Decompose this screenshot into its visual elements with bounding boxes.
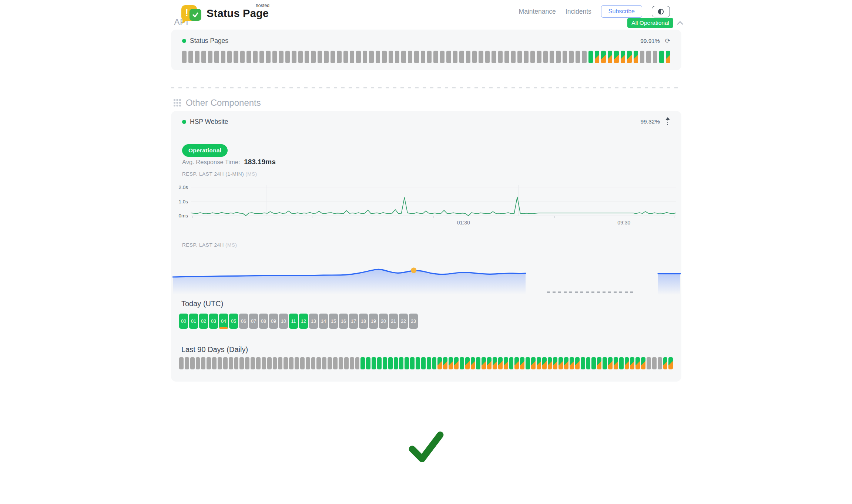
uptime-bar-nodata[interactable] (311, 357, 316, 369)
uptime-bar-nodata[interactable] (179, 357, 184, 369)
uptime-bar-operational[interactable] (581, 357, 585, 369)
uptime-bar-operational[interactable] (416, 357, 420, 369)
uptime-bar-operational[interactable] (586, 357, 591, 369)
uptime-bar-nodata[interactable] (653, 51, 657, 63)
uptime-bar-partial-outage[interactable] (548, 357, 552, 369)
uptime-bar-partial-outage[interactable] (668, 357, 673, 369)
uptime-bar-operational[interactable] (399, 357, 403, 369)
uptime-bar-nodata[interactable] (311, 51, 315, 63)
uptime-bar-nodata[interactable] (440, 51, 445, 63)
hour-cell-11[interactable]: 11 (289, 314, 298, 329)
uptime-bar-nodata[interactable] (459, 51, 464, 63)
uptime-bar-nodata[interactable] (227, 51, 232, 63)
uptime-bar-nodata[interactable] (517, 51, 522, 63)
uptime-bar-nodata[interactable] (272, 51, 277, 63)
uptime-bar-nodata[interactable] (479, 51, 483, 63)
uptime-bar-partial-outage[interactable] (621, 51, 625, 63)
hour-cell-12[interactable]: 12 (299, 314, 308, 329)
uptime-bar-partial-outage[interactable] (537, 357, 541, 369)
uptime-bar-nodata[interactable] (324, 51, 328, 63)
uptime-bar-partial-outage[interactable] (601, 51, 606, 63)
uptime-bar-nodata[interactable] (339, 357, 343, 369)
uptime-bar-operational[interactable] (421, 357, 426, 369)
uptime-bar-nodata[interactable] (289, 357, 293, 369)
uptime-bar-nodata[interactable] (504, 51, 509, 63)
uptime-bar-partial-outage[interactable] (559, 357, 563, 369)
uptime-bar-nodata[interactable] (266, 51, 270, 63)
uptime-bar-nodata[interactable] (498, 51, 503, 63)
uptime-bar-nodata[interactable] (537, 51, 541, 63)
uptime-bar-nodata[interactable] (401, 51, 406, 63)
uptime-bar-operational[interactable] (388, 357, 393, 369)
uptime-bar-nodata[interactable] (550, 51, 554, 63)
uptime-bar-nodata[interactable] (472, 51, 477, 63)
refresh-icon[interactable]: ⟳ (665, 38, 670, 44)
uptime-bar-nodata[interactable] (234, 357, 239, 369)
uptime-bar-operational[interactable] (432, 357, 437, 369)
uptime-bar-nodata[interactable] (273, 357, 277, 369)
uptime-bar-nodata[interactable] (229, 357, 233, 369)
hour-cell-15[interactable]: 15 (329, 314, 338, 329)
uptime-bar-nodata[interactable] (240, 51, 245, 63)
uptime-bar-operational[interactable] (619, 357, 624, 369)
uptime-bar-operational[interactable] (383, 357, 387, 369)
uptime-bar-nodata[interactable] (658, 357, 662, 369)
uptime-bar-nodata[interactable] (576, 51, 580, 63)
uptime-bar-partial-outage[interactable] (454, 357, 459, 369)
uptime-bar-nodata[interactable] (343, 51, 348, 63)
uptime-bar-operational[interactable] (659, 51, 664, 63)
uptime-bar-partial-outage[interactable] (627, 51, 631, 63)
uptime-bar-partial-outage[interactable] (564, 357, 568, 369)
hour-cell-08[interactable]: 08 (259, 314, 268, 329)
hour-cell-20[interactable]: 20 (379, 314, 388, 329)
uptime-bar-nodata[interactable] (355, 357, 360, 369)
uptime-bar-partial-outage[interactable] (570, 357, 574, 369)
uptime-bar-partial-outage[interactable] (531, 357, 536, 369)
brand-logo[interactable]: ! Status Page hosted (181, 4, 269, 23)
uptime-bar-nodata[interactable] (316, 357, 321, 369)
uptime-bar-nodata[interactable] (212, 357, 217, 369)
collapse-arrow-up-icon[interactable] (665, 117, 670, 126)
uptime-bar-partial-outage[interactable] (520, 357, 524, 369)
response-time-area-chart[interactable] (171, 254, 681, 298)
uptime-bar-nodata[interactable] (182, 51, 187, 63)
uptime-bar-nodata[interactable] (363, 51, 367, 63)
uptime-bar-nodata[interactable] (246, 51, 251, 63)
uptime-bar-nodata[interactable] (427, 51, 432, 63)
uptime-bar-partial-outage[interactable] (482, 357, 486, 369)
uptime-bar-partial-outage[interactable] (608, 51, 612, 63)
uptime-bar-partial-outage[interactable] (634, 51, 638, 63)
uptime-bar-operational[interactable] (405, 357, 409, 369)
uptime-bar-partial-outage[interactable] (595, 51, 599, 63)
uptime-bar-partial-outage[interactable] (625, 357, 629, 369)
uptime-bar-nodata[interactable] (640, 51, 644, 63)
uptime-bar-nodata[interactable] (300, 357, 305, 369)
hour-cell-14[interactable]: 14 (319, 314, 328, 329)
uptime-bar-partial-outage[interactable] (608, 357, 613, 369)
uptime-bar-operational[interactable] (377, 357, 382, 369)
uptime-bar-nodata[interactable] (369, 51, 373, 63)
uptime-bar-nodata[interactable] (530, 51, 535, 63)
uptime-bar-nodata[interactable] (647, 357, 651, 369)
uptime-bar-nodata[interactable] (446, 51, 451, 63)
uptime-bar-nodata[interactable] (331, 51, 335, 63)
uptime-bar-nodata[interactable] (259, 51, 264, 63)
uptime-bar-nodata[interactable] (344, 357, 349, 369)
uptime-bar-operational[interactable] (366, 357, 370, 369)
uptime-bar-nodata[interactable] (652, 357, 657, 369)
hour-cell-18[interactable]: 18 (359, 314, 368, 329)
uptime-bar-partial-outage[interactable] (635, 357, 640, 369)
uptime-bar-nodata[interactable] (284, 357, 288, 369)
uptime-bar-partial-outage[interactable] (614, 51, 618, 63)
uptime-bar-nodata[interactable] (646, 51, 651, 63)
hour-cell-09[interactable]: 09 (269, 314, 278, 329)
hour-cell-03[interactable]: 03 (209, 314, 218, 329)
uptime-bar-nodata[interactable] (389, 51, 393, 63)
hour-cell-17[interactable]: 17 (349, 314, 358, 329)
theme-toggle-button[interactable] (652, 6, 670, 17)
uptime-bar-nodata[interactable] (485, 51, 490, 63)
uptime-bar-nodata[interactable] (318, 51, 322, 63)
uptime-bar-partial-outage[interactable] (542, 357, 547, 369)
uptime-bar-partial-outage[interactable] (630, 357, 634, 369)
uptime-bar-nodata[interactable] (414, 51, 419, 63)
